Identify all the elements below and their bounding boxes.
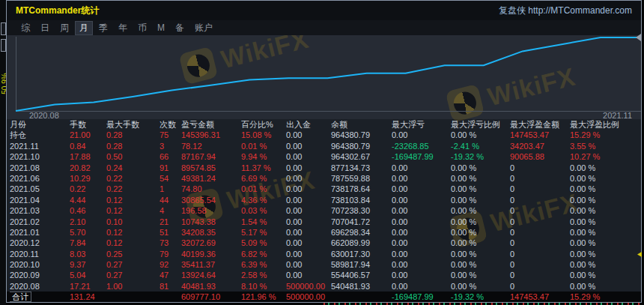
cell-value: 4: [160, 205, 181, 216]
cell-value: 0.00 %: [451, 173, 510, 184]
cell-value: 3: [160, 141, 181, 151]
table-row[interactable]: 2021.030.460.124196.580.03 %0.00707238.3…: [7, 205, 641, 216]
cell-value: 964380.79: [331, 141, 392, 151]
cell-value: [160, 292, 181, 302]
cell-value: 0: [510, 205, 570, 216]
cell-value: 47: [160, 270, 181, 280]
menu-item-5[interactable]: 年: [114, 21, 132, 35]
cell-value: 0.00 %: [451, 217, 510, 227]
cell-value: 0.00 %: [451, 259, 510, 270]
table-row[interactable]: 2020.118.030.257940199.366.82 %0.0063001…: [7, 249, 641, 259]
window-title: MTCommander统计: [16, 4, 99, 17]
cell-value: 0.00: [392, 238, 451, 248]
row-label: 2021.04: [10, 195, 70, 205]
cell-value: 0.00: [392, 130, 451, 140]
cell-value: 0.01 %: [241, 184, 286, 194]
cell-value: 9.37: [70, 259, 106, 270]
cell-value: 0: [510, 259, 570, 270]
table-row[interactable]: 2021.050.220.22174.800.01 %0.00738178.64…: [7, 184, 641, 194]
cell-value: 40481.93: [181, 281, 241, 292]
underlying-window-edge: 50.9%: [0, 0, 6, 305]
table-total-row[interactable]: 合计131.24609777.10121.96 %500000.00-16948…: [7, 292, 641, 302]
cell-value: 0.22: [70, 184, 106, 194]
cell-value: 78.12: [181, 141, 241, 151]
cell-value: 0: [510, 195, 570, 205]
cell-value: 10743.38: [181, 217, 241, 227]
cell-value: 0.00 %: [451, 281, 510, 292]
cell-value: 6.69 %: [241, 173, 286, 184]
table-row[interactable]: 2020.0817.211.008140481.938.10 %500000.0…: [7, 281, 641, 292]
menu-item-0[interactable]: 综: [16, 21, 34, 35]
column-header: 盈亏金额: [181, 119, 241, 130]
cell-value: 964302.67: [331, 151, 392, 162]
column-header: 最大浮亏比例: [451, 119, 510, 130]
menu-item-8[interactable]: 备: [171, 21, 189, 35]
cell-value: 0.00: [286, 238, 331, 248]
cell-value: -19.32 %: [451, 151, 510, 162]
menu-item-9[interactable]: 账户: [190, 21, 217, 35]
table-row[interactable]: 2021.1017.880.506687167.949.94 %0.009643…: [7, 151, 641, 162]
menu-item-3[interactable]: 月: [75, 21, 93, 35]
cell-value: 8.03: [70, 249, 106, 259]
cell-value: 13924.64: [181, 270, 241, 280]
cell-value: 0.00: [392, 184, 451, 194]
menu-item-1[interactable]: 日: [36, 21, 54, 35]
cell-value: 738103.84: [331, 195, 392, 205]
row-label: 2021.03: [10, 205, 70, 216]
cell-value: 0.00 %: [570, 184, 641, 194]
cell-value: 0.00: [286, 195, 331, 205]
cell-value: 6.39 %: [241, 259, 286, 270]
menu-bar: 综日周月季年币M备账户: [7, 20, 641, 35]
cell-value: 738178.64: [331, 184, 392, 194]
cell-value: 17.88: [70, 151, 106, 162]
cell-value: 0.50: [106, 151, 160, 162]
table-row[interactable]: 持仓21.000.2875145396.3115.08 %0.00964380.…: [7, 130, 641, 140]
cell-value: 44: [160, 195, 181, 205]
cell-value: 121.96 %: [241, 292, 286, 302]
cell-value: 0.00 %: [570, 281, 641, 292]
cell-value: 0.00 %: [451, 270, 510, 280]
cell-value: 0.00: [392, 281, 451, 292]
cell-value: 0.00 %: [570, 205, 641, 216]
table-row[interactable]: 2021.0610.290.225449381.246.69 %0.007875…: [7, 173, 641, 184]
cell-value: 0.00: [392, 205, 451, 216]
column-header: 次数: [160, 119, 181, 130]
title-bar: MTCommander统计 复盘侠 http://MTCommander.com: [7, 1, 641, 20]
cell-value: 73: [160, 238, 181, 248]
cell-value: 0.24: [106, 163, 160, 173]
cell-value: 0.00: [286, 205, 331, 216]
brand-link[interactable]: 复盘侠 http://MTCommander.com: [499, 4, 632, 17]
menu-item-6[interactable]: 币: [133, 21, 151, 35]
table-row[interactable]: 2020.095.040.274713924.642.58 %0.0055440…: [7, 270, 641, 280]
cell-value: 0: [510, 163, 570, 173]
cell-value: 30865.54: [181, 195, 241, 205]
cell-value: 89574.85: [181, 163, 241, 173]
row-label: 2020.10: [10, 259, 70, 270]
table-row[interactable]: 2021.0820.820.249189574.8511.37 %0.00877…: [7, 163, 641, 173]
cell-value: 79: [160, 249, 181, 259]
column-header: 百分比%: [241, 119, 286, 130]
table-row[interactable]: 2021.110.840.28378.120.01 %0.00964380.79…: [7, 141, 641, 151]
table-row[interactable]: 2021.044.440.124430865.544.36 %0.0073810…: [7, 195, 641, 205]
cell-value: 0.00: [286, 227, 331, 238]
cell-value: 707238.30: [331, 205, 392, 216]
table-row[interactable]: 2020.109.370.279235411.376.39 %0.0058981…: [7, 259, 641, 270]
cell-value: 707041.72: [331, 217, 392, 227]
menu-item-7[interactable]: M: [153, 22, 169, 34]
cell-value: 0.00 %: [570, 173, 641, 184]
menu-item-2[interactable]: 周: [55, 21, 73, 35]
cell-value: -23268.85: [392, 141, 451, 151]
table-row[interactable]: 2021.022.100.102110743.381.54 %0.0070704…: [7, 217, 641, 227]
cell-value: 964380.79: [331, 130, 392, 140]
table-row[interactable]: 2021.015.700.125134208.355.17 %0.0069629…: [7, 227, 641, 238]
cell-value: 0.25: [106, 249, 160, 259]
cell-value: 0.00: [286, 184, 331, 194]
cell-value: 34203.47: [510, 141, 570, 151]
cell-value: 0.00 %: [451, 163, 510, 173]
menu-item-4[interactable]: 季: [94, 21, 112, 35]
table-row[interactable]: 2020.127.840.127332072.695.09 %0.0066208…: [7, 238, 641, 248]
cell-value: 0.12: [106, 195, 160, 205]
cell-value: 74.80: [181, 184, 241, 194]
column-header: 最大浮亏: [392, 119, 451, 130]
cell-value: 1.54 %: [241, 217, 286, 227]
